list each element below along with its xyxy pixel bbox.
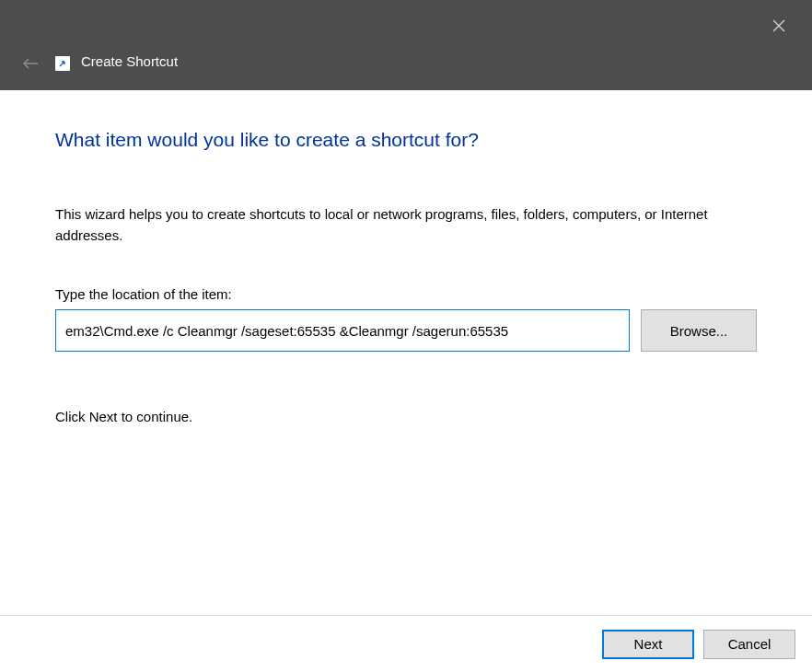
continue-text: Click Next to continue. <box>55 409 757 424</box>
wizard-description: This wizard helps you to create shortcut… <box>55 204 757 246</box>
close-button[interactable] <box>762 9 795 42</box>
cancel-button[interactable]: Cancel <box>703 630 795 659</box>
window-title: Create Shortcut <box>81 53 178 69</box>
next-button[interactable]: Next <box>602 630 694 659</box>
close-icon <box>772 19 785 32</box>
location-input[interactable] <box>55 309 630 352</box>
shortcut-icon <box>55 56 70 71</box>
back-arrow-icon <box>22 57 39 70</box>
wizard-footer: Next Cancel <box>0 615 812 672</box>
location-label: Type the location of the item: <box>55 286 757 302</box>
wizard-heading: What item would you like to create a sho… <box>55 129 757 151</box>
input-row: Browse... <box>55 309 757 352</box>
back-button <box>20 53 41 74</box>
titlebar: Create Shortcut <box>0 0 812 90</box>
browse-button[interactable]: Browse... <box>641 309 757 352</box>
wizard-content: What item would you like to create a sho… <box>0 90 812 615</box>
